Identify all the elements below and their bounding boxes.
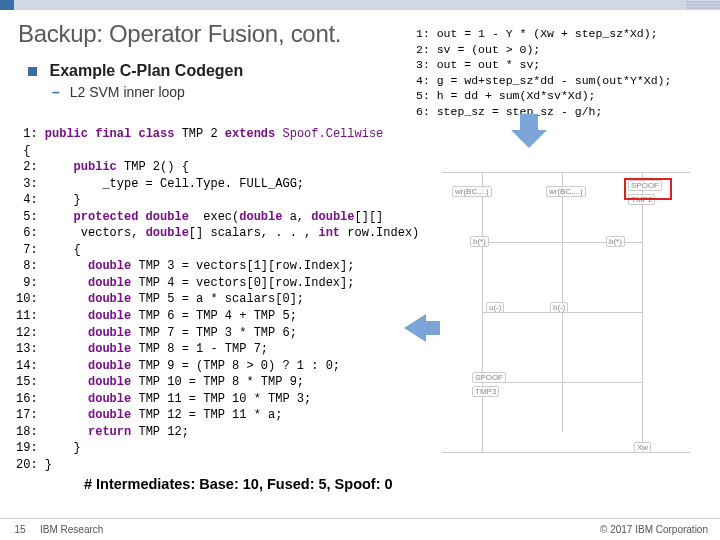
highlight-box	[624, 178, 672, 200]
dag-node-spoof2: SPOOF	[472, 372, 506, 383]
dag-node-xw: Xw	[634, 442, 651, 453]
java-code-block: 1: public final class TMP 2 extends Spoo…	[16, 126, 416, 473]
dash-bullet-icon: –	[52, 84, 60, 100]
dag-node-uneg: u(-)	[486, 302, 504, 313]
footer-copyright: © 2017 IBM Corporation	[600, 524, 720, 535]
ibm-logo-icon	[686, 0, 720, 12]
dag-node-bsub: b(-)	[550, 302, 568, 313]
dag-node-wr1: wr(BC,...)	[452, 186, 492, 197]
arrow-left-icon	[404, 314, 426, 342]
subsection-text: L2 SVM inner loop	[70, 84, 185, 100]
dag-node-tmp3: TMP3	[472, 386, 499, 397]
footer-center: IBM Research	[40, 524, 160, 535]
dag-node-bmul2: b(*)	[606, 236, 625, 247]
pseudocode-block: 1: out = 1 - Y * (Xw + step_sz*Xd); 2: s…	[416, 26, 714, 119]
dag-diagram: wr(BC,...) wr(BC,...) SPOOF TMP2 b(*) b(…	[442, 142, 690, 480]
dag-node-bmul1: b(*)	[470, 236, 489, 247]
square-bullet-icon	[28, 67, 37, 76]
footer: 15 IBM Research © 2017 IBM Corporation	[0, 518, 720, 540]
dag-node-wr2: wr(BC,...)	[546, 186, 586, 197]
page-number: 15	[0, 524, 40, 535]
top-bar	[0, 0, 720, 10]
section-heading-text: Example C-Plan Codegen	[49, 62, 243, 79]
intermediates-summary: # Intermediates: Base: 10, Fused: 5, Spo…	[84, 476, 393, 492]
